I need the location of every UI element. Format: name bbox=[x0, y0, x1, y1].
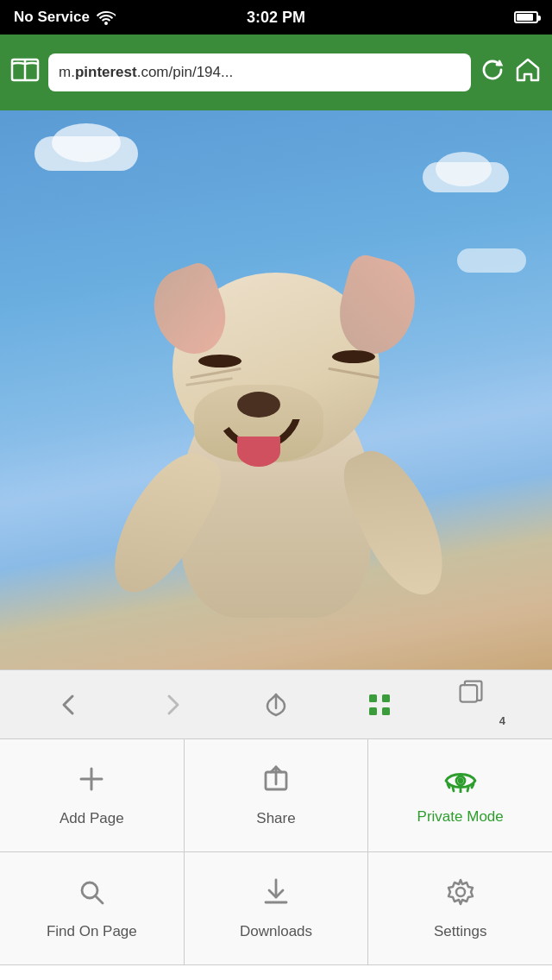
svg-point-13 bbox=[459, 779, 462, 782]
downloads-label: Downloads bbox=[240, 923, 312, 940]
status-bar: No Service 3:02 PM bbox=[0, 0, 552, 35]
url-text-bold: pinterest bbox=[75, 64, 137, 81]
share-button[interactable]: Share bbox=[185, 739, 369, 851]
share-label: Share bbox=[256, 810, 295, 827]
search-icon bbox=[76, 876, 107, 914]
reload-icon[interactable] bbox=[480, 57, 505, 89]
action-row-1: Add Page Share bbox=[0, 739, 552, 852]
svg-line-18 bbox=[472, 784, 474, 788]
svg-line-15 bbox=[453, 788, 454, 791]
nav-bar: 4 bbox=[0, 669, 552, 738]
downloads-button[interactable]: Downloads bbox=[185, 852, 369, 964]
url-text-suffix: .com/pin/194... bbox=[137, 64, 234, 81]
browser-toolbar: m.pinterest.com/pin/194... bbox=[0, 35, 552, 110]
svg-line-14 bbox=[448, 784, 449, 788]
wifi-icon bbox=[97, 9, 116, 25]
plus-icon bbox=[76, 763, 107, 801]
carrier-text: No Service bbox=[14, 9, 90, 26]
status-time: 3:02 PM bbox=[247, 9, 305, 27]
svg-point-23 bbox=[456, 888, 465, 896]
forward-button[interactable] bbox=[147, 679, 198, 731]
url-text-prefix: m. bbox=[59, 64, 75, 81]
private-mode-button[interactable]: Private Mode bbox=[368, 739, 552, 851]
dog-figure bbox=[112, 221, 440, 669]
battery-area bbox=[514, 11, 538, 23]
svg-rect-7 bbox=[461, 685, 478, 702]
tabs-count: 4 bbox=[499, 714, 505, 727]
tabs-button[interactable]: 4 bbox=[457, 679, 509, 731]
grid-button[interactable] bbox=[354, 679, 405, 731]
gear-icon bbox=[445, 876, 476, 914]
battery-icon bbox=[514, 11, 538, 23]
home-icon[interactable] bbox=[514, 57, 542, 89]
action-row-2: Find On Page Downloads Settings bbox=[0, 852, 552, 965]
action-share-button[interactable] bbox=[250, 679, 302, 731]
find-on-page-button[interactable]: Find On Page bbox=[0, 852, 185, 964]
bookmarks-icon[interactable] bbox=[10, 57, 40, 89]
back-button[interactable] bbox=[43, 679, 95, 731]
svg-rect-6 bbox=[382, 707, 390, 715]
browser-content bbox=[0, 110, 552, 669]
find-on-page-label: Find On Page bbox=[47, 923, 137, 940]
settings-button[interactable]: Settings bbox=[368, 852, 552, 964]
svg-rect-4 bbox=[382, 694, 390, 702]
svg-rect-5 bbox=[369, 707, 377, 715]
download-icon bbox=[260, 876, 292, 914]
svg-line-20 bbox=[96, 896, 103, 903]
page-image bbox=[0, 110, 552, 669]
svg-line-17 bbox=[467, 788, 468, 791]
share-icon bbox=[260, 763, 292, 801]
private-mode-label: Private Mode bbox=[417, 808, 504, 826]
settings-label: Settings bbox=[434, 923, 486, 940]
url-bar[interactable]: m.pinterest.com/pin/194... bbox=[48, 53, 471, 91]
carrier-area: No Service bbox=[14, 9, 116, 26]
eye-icon bbox=[444, 766, 477, 800]
add-page-button[interactable]: Add Page bbox=[0, 739, 185, 851]
add-page-label: Add Page bbox=[60, 810, 124, 827]
svg-rect-3 bbox=[369, 694, 377, 702]
action-menu: Add Page Share bbox=[0, 738, 552, 965]
